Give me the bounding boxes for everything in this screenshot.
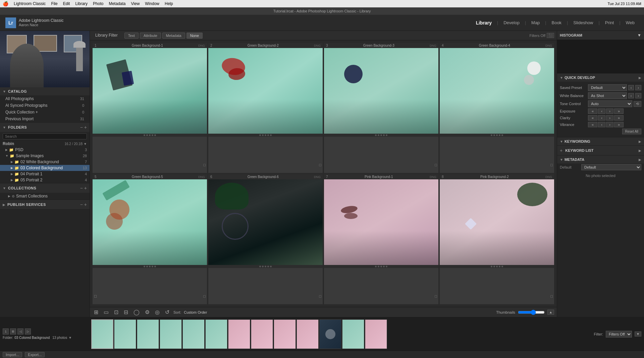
- nav-map[interactable]: Map: [527, 19, 544, 27]
- filmstrip-thumb-5[interactable]: [182, 319, 205, 349]
- export-btn[interactable]: Export...: [25, 352, 45, 357]
- folder-portrait2[interactable]: ▶ 📁 05 Portrait 2 4: [0, 177, 90, 183]
- grid-cell-1[interactable]: 1 Green Background-1 DNG: [93, 43, 207, 173]
- folder-portrait1[interactable]: ▶ 📁 04 Portrait 1 4: [0, 171, 90, 177]
- collections-minus-btn[interactable]: −: [80, 185, 83, 191]
- grid-cell-3[interactable]: 3 Green Background-3 DNG: [324, 43, 438, 173]
- folder-psd[interactable]: ▶ 📁 PSD 3: [0, 147, 90, 153]
- folder-white-triangle[interactable]: ▶: [11, 160, 13, 164]
- collections-plus-btn[interactable]: +: [84, 185, 87, 191]
- filter-text-btn[interactable]: Text: [124, 33, 139, 39]
- qd-clarity-u[interactable]: ›: [606, 115, 613, 121]
- folder-colored-bg[interactable]: ▶ 📁 03 Colored Background 13: [0, 165, 90, 171]
- grid-cell-6[interactable]: 6 Green Background-6 DNG: [208, 174, 323, 304]
- sort-value[interactable]: Custom Order: [184, 310, 207, 314]
- filmstrip-view-btn-2[interactable]: ⊞: [10, 328, 16, 334]
- folder-sample-images[interactable]: ▼ 📁 Sample Images 28: [0, 153, 90, 159]
- qd-exposure-u[interactable]: ›: [606, 108, 613, 114]
- app-menu-edit[interactable]: Edit: [63, 1, 70, 6]
- compare-view-btn[interactable]: ⊡: [113, 308, 120, 316]
- filmstrip-nav-prev[interactable]: ◁: [17, 328, 23, 334]
- app-menu-window[interactable]: Window: [145, 1, 159, 6]
- app-menu-lightroom[interactable]: Lightroom Classic: [14, 1, 46, 6]
- qd-vibrance-d[interactable]: ‹: [598, 122, 605, 127]
- filmstrip-thumb-3[interactable]: [137, 319, 159, 349]
- filmstrip-thumb-1[interactable]: [91, 319, 113, 349]
- grid-cell-4[interactable]: 4 Green Background-4 DNG: [440, 43, 554, 173]
- filmstrip-thumb-8[interactable]: [251, 319, 273, 349]
- qd-reset-all-btn[interactable]: Reset All: [622, 129, 641, 134]
- metadata-default-select[interactable]: Default: [581, 164, 641, 170]
- qd-clarity-uu[interactable]: »: [614, 115, 624, 121]
- filmstrip-filter-select[interactable]: Filters Off: [606, 331, 632, 338]
- grid-cell-7[interactable]: 7 Pink Background-1 DNG: [324, 174, 438, 304]
- folder-p2-triangle[interactable]: ▶: [11, 178, 13, 182]
- filmstrip-thumb-12[interactable]: [342, 319, 364, 349]
- qd-vibrance-uu[interactable]: »: [614, 122, 624, 127]
- grid-cell-2[interactable]: 2 Green Background-2 DNG: [208, 43, 323, 173]
- app-menu-photo[interactable]: Photo: [93, 1, 103, 6]
- app-menu-file[interactable]: File: [51, 1, 57, 6]
- loupe-view-btn[interactable]: ▭: [102, 308, 110, 316]
- filmstrip-nav-next[interactable]: ▷: [25, 328, 31, 334]
- filmstrip-thumb-9[interactable]: [274, 319, 296, 349]
- publish-plus-btn[interactable]: +: [84, 202, 87, 207]
- publish-minus-btn[interactable]: −: [80, 202, 83, 207]
- nav-develop[interactable]: Develop: [499, 19, 524, 27]
- catalog-all-photographs[interactable]: All Photographs 31: [0, 95, 90, 102]
- filter-metadata-btn[interactable]: Metadata: [162, 33, 185, 39]
- filmstrip-thumb-4[interactable]: [160, 319, 182, 349]
- filmstrip-view-btn-1[interactable]: 1: [3, 328, 9, 334]
- keyword-list-header[interactable]: + Keyword List ▶: [557, 145, 644, 155]
- import-btn[interactable]: Import...: [3, 352, 22, 357]
- filmstrip-center[interactable]: [90, 318, 557, 350]
- filmstrip-filter-expand[interactable]: ▼: [635, 331, 641, 337]
- qd-clarity-dd[interactable]: «: [588, 115, 597, 121]
- filters-toggle-btn[interactable]: ⬛: [547, 33, 554, 38]
- folder-colored-triangle[interactable]: ▶: [11, 166, 13, 170]
- thumbnail-expand-btn[interactable]: ▲: [547, 310, 554, 315]
- app-menu-metadata[interactable]: Metadata: [109, 1, 125, 6]
- grid-view-btn[interactable]: ⊞: [93, 308, 100, 316]
- nav-library[interactable]: Library: [472, 19, 496, 27]
- folders-plus-btn[interactable]: +: [84, 125, 87, 130]
- qd-vibrance-dd[interactable]: «: [588, 122, 597, 127]
- qd-wb-cool[interactable]: ‹: [628, 93, 634, 98]
- qd-exposure-uu[interactable]: »: [614, 108, 624, 114]
- histogram-header[interactable]: Histogram ▼: [557, 31, 644, 40]
- filmstrip-thumb-2[interactable]: [114, 319, 136, 349]
- smart-collections[interactable]: ▶ ⚙ Smart Collections: [0, 193, 90, 199]
- nav-print[interactable]: Print: [601, 19, 618, 27]
- smart-collections-triangle[interactable]: ▶: [8, 194, 10, 198]
- qd-exposure-dd[interactable]: «: [588, 108, 597, 114]
- qd-saved-preset-prev[interactable]: ‹: [628, 85, 634, 90]
- folder-white-bg[interactable]: ▶ 📁 02 White Background 7: [0, 159, 90, 165]
- survey-view-btn[interactable]: ⊟: [122, 308, 129, 316]
- catalog-quick-collection[interactable]: Quick Collection + 0: [0, 109, 90, 116]
- grid-cell-8[interactable]: 8 Pink Background-2 DNG: [440, 174, 554, 304]
- qd-clarity-d[interactable]: ‹: [598, 115, 605, 121]
- apple-menu[interactable]: 🍎: [3, 1, 8, 6]
- qd-wb-select[interactable]: As Shot: [588, 92, 627, 99]
- app-menu-help[interactable]: Help: [165, 1, 173, 6]
- nav-web[interactable]: Web: [622, 19, 639, 27]
- qd-exposure-d[interactable]: ‹: [598, 108, 605, 114]
- filmstrip-thumb-10[interactable]: [297, 319, 319, 349]
- filmstrip-thumb-13[interactable]: [365, 319, 387, 349]
- filter-attribute-btn[interactable]: Attribute: [140, 33, 161, 39]
- folders-header[interactable]: ▼ Folders − +: [0, 123, 90, 132]
- keywording-header[interactable]: ▼ Keywording ▶: [557, 137, 644, 145]
- nav-slideshow[interactable]: Slideshow: [569, 19, 597, 27]
- publish-services-header[interactable]: ▶ Publish Services − +: [0, 200, 90, 209]
- keyword-list-plus[interactable]: +: [560, 148, 562, 153]
- target-btn[interactable]: ◎: [154, 308, 161, 316]
- sprocket-btn[interactable]: ⚙: [144, 308, 151, 316]
- catalog-header[interactable]: ▼ Catalog: [0, 87, 90, 95]
- qd-wb-warm[interactable]: ›: [635, 93, 641, 98]
- people-view-btn[interactable]: ◯: [132, 308, 141, 316]
- catalog-synced[interactable]: Al Synced Photographs 0: [0, 102, 90, 109]
- qd-saved-preset-next[interactable]: ›: [635, 85, 641, 90]
- collections-header[interactable]: ▼ Collections − +: [0, 183, 90, 193]
- app-menu-view[interactable]: View: [131, 1, 140, 6]
- thumbnail-size-slider[interactable]: [518, 310, 545, 315]
